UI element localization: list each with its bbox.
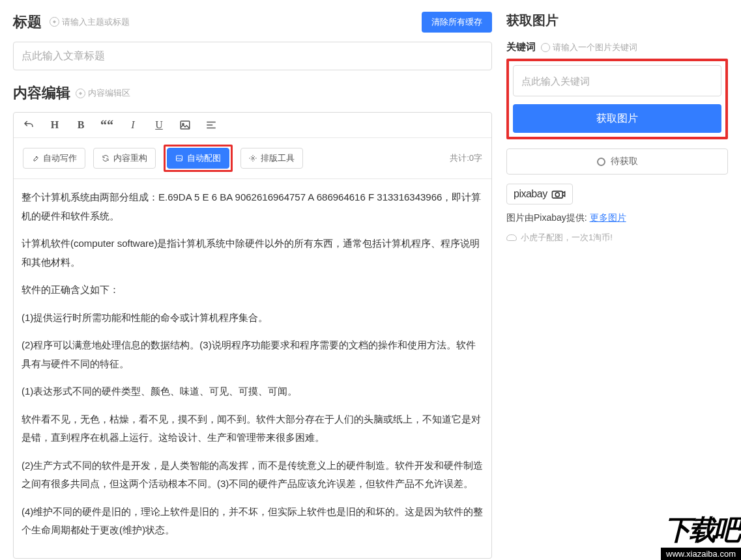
pixabay-logo[interactable]: pixabay xyxy=(506,184,573,204)
svg-point-5 xyxy=(555,193,559,197)
title-hint: 请输入主题或标题 xyxy=(50,16,130,28)
cloud-icon xyxy=(506,234,517,241)
quote-icon[interactable]: ““ xyxy=(101,119,113,131)
paragraph: 软件看不见，无色，枯燥，看不见，摸不到，闻不到。软件大部分存在于人们的头脑或纸上… xyxy=(22,410,484,447)
bold-icon[interactable]: B xyxy=(75,119,87,131)
keyword-hint: 请输入一个图片关键词 xyxy=(541,42,637,53)
italic-icon[interactable]: I xyxy=(127,119,139,131)
pending-status: 待获取 xyxy=(506,148,728,175)
svg-point-3 xyxy=(252,158,254,160)
paragraph: (1)表达形式不同的硬件类型、颜色、味道、可见、可摸、可闻。 xyxy=(22,382,484,401)
restructure-button[interactable]: 内容重构 xyxy=(93,148,156,169)
auto-image-label: 自动配图 xyxy=(187,152,221,164)
pixabay-text: pixabay xyxy=(514,188,547,200)
title-header-row: 标题 请输入主题或标题 清除所有缓存 xyxy=(13,12,492,33)
pending-icon xyxy=(597,158,605,166)
paragraph: (1)提供运行时所需功能和性能的命令或计算机程序集合。 xyxy=(22,309,484,328)
auto-write-button[interactable]: 自动写作 xyxy=(23,148,85,169)
taobi-text: 小虎子配图，一次1淘币! xyxy=(521,232,613,244)
content-label: 内容编辑 xyxy=(13,83,70,103)
align-left-icon[interactable] xyxy=(205,119,217,131)
fetch-image-button[interactable]: 获取图片 xyxy=(513,104,721,133)
keyword-input[interactable] xyxy=(513,65,721,96)
paragraph: (2)生产方式不同的软件是开发，是人类智能的高发挥，而不是传统意义上的硬件制造。… xyxy=(22,456,484,494)
content-hint: 内容编辑区 xyxy=(76,87,130,99)
camera-icon xyxy=(551,189,566,199)
title-label: 标题 xyxy=(13,12,42,32)
watermark-logo: 下载吧 xyxy=(664,512,738,548)
heading-icon[interactable]: H xyxy=(49,119,61,131)
auto-image-button[interactable]: 自动配图 xyxy=(167,148,229,169)
taobi-line: 小虎子配图，一次1淘币! xyxy=(506,232,728,244)
keyword-highlight-box: 获取图片 xyxy=(506,59,728,139)
image-icon[interactable] xyxy=(179,119,191,131)
format-toolbar: H B ““ I U xyxy=(14,113,491,138)
restructure-label: 内容重构 xyxy=(113,152,147,164)
undo-icon[interactable] xyxy=(23,119,35,131)
paragraph: 计算机软件(computer software)是指计算机系统中除硬件以外的所有… xyxy=(22,234,484,272)
clear-cache-button[interactable]: 清除所有缓存 xyxy=(422,12,492,33)
layout-tool-label: 排版工具 xyxy=(261,152,295,164)
keyword-label-row: 关键词 请输入一个图片关键词 xyxy=(506,41,728,53)
editor-body[interactable]: 整个计算机系统由两部分组成：E.69DA 5 E 6 BA 9062616964… xyxy=(14,179,491,558)
auto-write-label: 自动写作 xyxy=(43,152,77,164)
side-title: 获取图片 xyxy=(506,12,728,29)
layout-tool-button[interactable]: 排版工具 xyxy=(240,148,303,169)
pending-text: 待获取 xyxy=(611,156,638,167)
content-header: 内容编辑 内容编辑区 xyxy=(13,83,492,103)
title-section-label: 标题 请输入主题或标题 xyxy=(13,12,130,32)
char-counter: 共计:0字 xyxy=(450,152,482,164)
paragraph: 整个计算机系统由两部分组成：E.69DA 5 E 6 BA 9062616964… xyxy=(22,188,484,225)
auto-image-highlight: 自动配图 xyxy=(164,145,233,172)
article-title-input[interactable] xyxy=(13,42,492,70)
underline-icon[interactable]: U xyxy=(153,119,165,131)
paragraph: (4)维护不同的硬件是旧的，理论上软件是旧的，并不坏，但实际上软件也是旧的和坏的… xyxy=(22,503,484,540)
keyword-label: 关键词 xyxy=(506,41,536,53)
more-images-link[interactable]: 更多图片 xyxy=(590,212,626,223)
credit-line: 图片由Pixabay提供: 更多图片 xyxy=(506,212,728,224)
action-toolbar: 自动写作 内容重构 自动配图 排版工具 共计:0字 xyxy=(14,138,491,179)
editor-container: H B ““ I U 自动写作 内容重构 xyxy=(13,112,492,559)
paragraph: 软件的正确含义如下： xyxy=(22,281,484,300)
credit-text: 图片由Pixabay提供: xyxy=(506,212,587,223)
main-column: 标题 请输入主题或标题 清除所有缓存 内容编辑 内容编辑区 H B ““ I U xyxy=(0,0,505,560)
paragraph: (2)程序可以满意地处理信息的数据结构。(3)说明程序功能要求和程序需要的文档的… xyxy=(22,336,484,373)
watermark-url: www.xiazaiba.com xyxy=(661,548,741,560)
side-panel: 获取图片 关键词 请输入一个图片关键词 获取图片 待获取 pixabay 图片由… xyxy=(505,0,741,560)
